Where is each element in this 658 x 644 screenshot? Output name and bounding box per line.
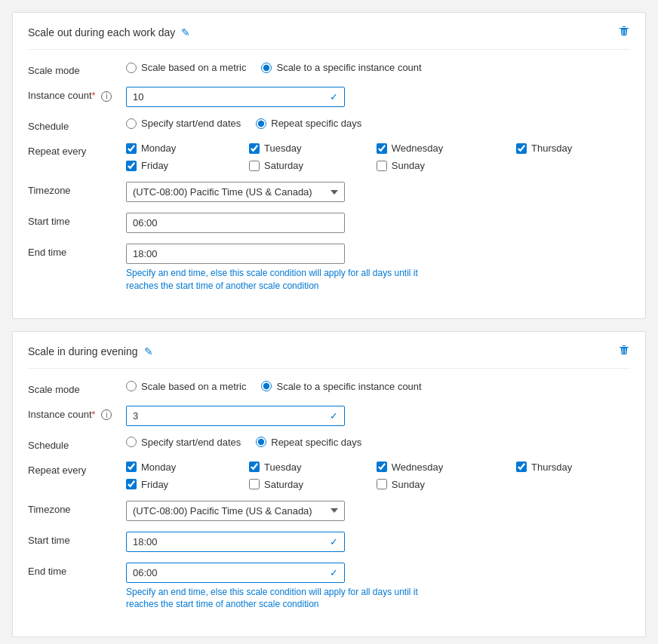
repeat-days-radio-2[interactable] — [256, 437, 266, 447]
day-tuesday-checkbox-1[interactable] — [249, 143, 260, 154]
scale-instance-radio-2[interactable] — [261, 381, 272, 391]
instance-count-label-1: Instance count* i — [28, 87, 126, 102]
scale-metric-option-2[interactable]: Scale based on a metric — [126, 381, 246, 392]
start-time-label-2: Start time — [28, 532, 126, 546]
instance-count-chevron-2: ✓ — [330, 410, 338, 422]
instance-count-content-2: 3 ✓ — [126, 406, 630, 426]
specify-dates-label-1: Specify start/end dates — [141, 118, 241, 129]
scale-mode-label-2: Scale mode — [28, 381, 126, 395]
instance-count-row-1: Instance count* i 10 ✓ — [28, 87, 630, 107]
day-monday-2[interactable]: Monday — [126, 462, 234, 473]
scale-instance-option-2[interactable]: Scale to a specific instance count — [261, 381, 421, 392]
end-time-input-1[interactable] — [126, 244, 345, 264]
scale-metric-option-1[interactable]: Scale based on a metric — [126, 62, 246, 73]
day-wednesday-checkbox-1[interactable] — [377, 143, 387, 154]
day-saturday-checkbox-2[interactable] — [249, 479, 260, 489]
start-time-content-1 — [126, 213, 630, 233]
repeat-days-radio-1[interactable] — [256, 118, 266, 129]
specify-dates-option-1[interactable]: Specify start/end dates — [126, 118, 241, 129]
repeat-every-content-1: Monday Tuesday Wednesday Thursday Friday — [126, 143, 630, 171]
scale-mode-content-1: Scale based on a metric Scale to a speci… — [126, 62, 630, 73]
edit-icon-2[interactable]: ✎ — [144, 345, 153, 357]
repeat-every-row-1: Repeat every Monday Tuesday Wednesday Th… — [28, 143, 630, 171]
scale-mode-label-1: Scale mode — [28, 62, 126, 76]
info-icon-2[interactable]: i — [101, 409, 112, 420]
repeat-days-option-1[interactable]: Repeat specific days — [256, 118, 361, 129]
day-friday-label-1: Friday — [141, 160, 168, 171]
day-friday-checkbox-1[interactable] — [126, 161, 137, 171]
start-time-label-1: Start time — [28, 213, 126, 227]
card-title-1: Scale out during each work day — [28, 26, 175, 38]
day-saturday-1[interactable]: Saturday — [249, 160, 361, 171]
day-saturday-label-2: Saturday — [264, 479, 303, 490]
specify-dates-radio-1[interactable] — [126, 118, 137, 129]
schedule-content-1: Specify start/end dates Repeat specific … — [126, 118, 630, 129]
repeat-days-option-2[interactable]: Repeat specific days — [256, 437, 361, 448]
scale-mode-row-1: Scale mode Scale based on a metric Scale… — [28, 62, 630, 76]
day-saturday-2[interactable]: Saturday — [249, 479, 361, 490]
timezone-row-1: Timezone (UTC-08:00) Pacific Time (US & … — [28, 182, 630, 202]
day-sunday-label-2: Sunday — [392, 479, 425, 490]
edit-icon-1[interactable]: ✎ — [181, 26, 190, 38]
end-time-chevron-2: ✓ — [330, 567, 338, 578]
day-thursday-checkbox-1[interactable] — [516, 143, 527, 154]
end-time-input-2[interactable]: 06:00 ✓ — [126, 563, 345, 583]
card-title-area-1: Scale out during each work day ✎ — [28, 26, 190, 38]
scale-instance-radio-1[interactable] — [261, 63, 272, 73]
timezone-select-1[interactable]: (UTC-08:00) Pacific Time (US & Canada) — [126, 182, 345, 202]
day-thursday-1[interactable]: Thursday — [516, 143, 630, 154]
day-monday-checkbox-1[interactable] — [126, 143, 137, 154]
end-time-label-2: End time — [28, 563, 126, 577]
specify-dates-radio-2[interactable] — [126, 437, 137, 447]
day-tuesday-checkbox-2[interactable] — [249, 462, 260, 472]
day-sunday-checkbox-2[interactable] — [377, 479, 387, 489]
end-time-row-1: End time Specify an end time, else this … — [28, 244, 630, 293]
info-icon-1[interactable]: i — [101, 91, 112, 102]
day-sunday-2[interactable]: Sunday — [377, 479, 501, 490]
required-marker-2: * — [92, 409, 96, 420]
card-title-area-2: Scale in during evening ✎ — [28, 345, 153, 357]
start-time-input-1[interactable] — [126, 213, 345, 233]
day-sunday-label-1: Sunday — [392, 160, 425, 171]
day-wednesday-checkbox-2[interactable] — [377, 462, 387, 472]
days-grid-1: Monday Tuesday Wednesday Thursday Friday — [126, 143, 630, 171]
repeat-every-row-2: Repeat every Monday Tuesday Wednesday Th… — [28, 462, 630, 490]
card-header-2: Scale in during evening ✎ — [28, 344, 630, 369]
day-thursday-label-2: Thursday — [531, 462, 572, 473]
day-monday-checkbox-2[interactable] — [126, 462, 137, 472]
repeat-days-label-2: Repeat specific days — [271, 437, 361, 448]
day-monday-1[interactable]: Monday — [126, 143, 234, 154]
day-sunday-1[interactable]: Sunday — [377, 160, 501, 171]
scale-metric-radio-2[interactable] — [126, 381, 137, 391]
day-friday-1[interactable]: Friday — [126, 160, 234, 171]
instance-count-input-1[interactable]: 10 ✓ — [126, 87, 345, 107]
day-tuesday-1[interactable]: Tuesday — [249, 143, 361, 154]
repeat-every-content-2: Monday Tuesday Wednesday Thursday Friday — [126, 462, 630, 490]
schedule-radio-group-2: Specify start/end dates Repeat specific … — [126, 437, 630, 448]
day-monday-label-1: Monday — [141, 143, 176, 154]
instance-count-chevron-1: ✓ — [330, 91, 338, 103]
day-saturday-checkbox-1[interactable] — [249, 161, 260, 171]
delete-icon-2[interactable] — [618, 344, 630, 359]
day-friday-2[interactable]: Friday — [126, 479, 234, 490]
day-tuesday-label-2: Tuesday — [264, 462, 301, 473]
day-friday-checkbox-2[interactable] — [126, 479, 137, 489]
timezone-content-1: (UTC-08:00) Pacific Time (US & Canada) — [126, 182, 630, 202]
start-time-input-2[interactable]: 18:00 ✓ — [126, 532, 345, 552]
day-tuesday-2[interactable]: Tuesday — [249, 462, 361, 473]
delete-icon-1[interactable] — [618, 25, 630, 40]
specify-dates-option-2[interactable]: Specify start/end dates — [126, 437, 241, 448]
day-thursday-checkbox-2[interactable] — [516, 462, 527, 472]
instance-count-input-2[interactable]: 3 ✓ — [126, 406, 345, 426]
scale-instance-option-1[interactable]: Scale to a specific instance count — [261, 62, 421, 73]
instance-count-row-2: Instance count* i 3 ✓ — [28, 406, 630, 426]
timezone-select-2[interactable]: (UTC-08:00) Pacific Time (US & Canada) — [126, 501, 345, 521]
day-thursday-2[interactable]: Thursday — [516, 462, 630, 473]
end-time-content-2: 06:00 ✓ Specify an end time, else this s… — [126, 563, 630, 612]
day-wednesday-2[interactable]: Wednesday — [377, 462, 501, 473]
timezone-label-2: Timezone — [28, 501, 126, 515]
day-sunday-checkbox-1[interactable] — [377, 161, 387, 171]
day-wednesday-1[interactable]: Wednesday — [377, 143, 501, 154]
scale-metric-radio-1[interactable] — [126, 63, 137, 73]
end-time-hint-2: Specify an end time, else this scale con… — [126, 586, 428, 612]
